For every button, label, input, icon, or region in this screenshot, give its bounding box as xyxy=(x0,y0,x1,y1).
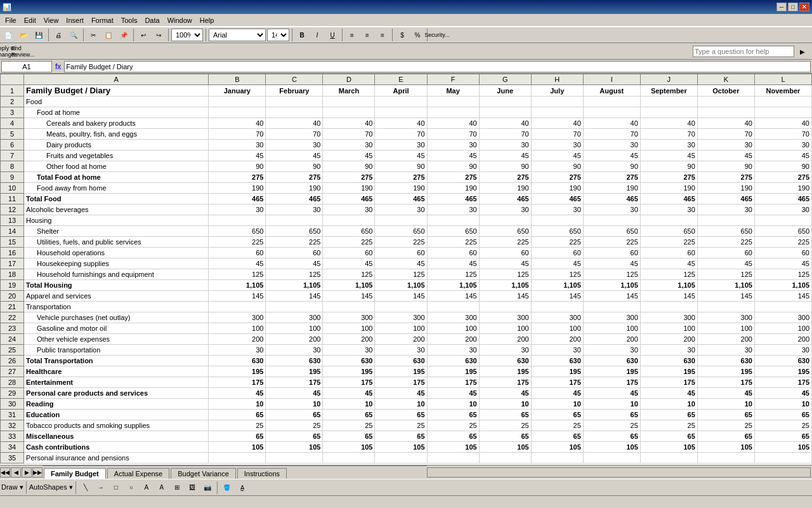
cell-month[interactable]: 65 xyxy=(323,410,375,420)
cell-month[interactable] xyxy=(323,97,375,107)
cell-month[interactable]: 45 xyxy=(479,388,531,399)
cell-month[interactable]: 225 xyxy=(479,237,531,248)
cell-month[interactable]: 105 xyxy=(754,442,811,453)
cell-month[interactable] xyxy=(266,107,323,118)
cell-month[interactable] xyxy=(640,215,697,226)
cell-month[interactable]: 70 xyxy=(427,129,479,140)
cell-month[interactable]: 300 xyxy=(209,312,266,323)
italic-button[interactable]: I xyxy=(310,28,324,42)
cell-month[interactable]: 70 xyxy=(640,129,697,140)
cell-a[interactable]: Total Food xyxy=(24,194,209,204)
cell-month[interactable]: 125 xyxy=(583,269,640,280)
cell-month[interactable]: 30 xyxy=(427,140,479,150)
cell-month[interactable]: 40 xyxy=(697,118,754,129)
cell-month[interactable]: 275 xyxy=(427,172,479,183)
font-color-btn[interactable]: A̲ xyxy=(235,481,249,495)
cell-month[interactable]: 30 xyxy=(583,140,640,150)
cell-month[interactable]: November xyxy=(754,85,811,97)
cell-month[interactable]: 1,105 xyxy=(479,280,531,291)
cell-month[interactable]: 195 xyxy=(531,366,583,377)
tab-instructions[interactable]: Instructions xyxy=(237,468,287,479)
col-header-a[interactable]: A xyxy=(24,74,209,85)
cell-month[interactable] xyxy=(754,302,811,312)
cell-a[interactable]: Tobacco products and smoking supplies xyxy=(24,420,209,431)
cell-month[interactable]: 105 xyxy=(479,442,531,453)
cell-month[interactable]: 300 xyxy=(375,312,427,323)
menu-data[interactable]: Data xyxy=(141,15,163,25)
cell-month[interactable]: 10 xyxy=(583,399,640,410)
textbox-btn[interactable]: A xyxy=(140,481,154,495)
cell-month[interactable]: 195 xyxy=(323,366,375,377)
underline-button[interactable]: U xyxy=(325,28,339,42)
cell-month[interactable]: 45 xyxy=(479,150,531,161)
endreview-button[interactable]: End Review... xyxy=(16,44,30,58)
cell-month[interactable]: 65 xyxy=(640,410,697,420)
cell-month[interactable]: 25 xyxy=(583,420,640,431)
fill-color-btn[interactable]: 🪣 xyxy=(220,481,234,495)
cell-month[interactable]: 45 xyxy=(697,258,754,269)
cell-month[interactable]: 45 xyxy=(323,258,375,269)
preview-button[interactable]: 🔍 xyxy=(67,28,81,42)
cell-month[interactable]: 175 xyxy=(640,377,697,388)
cell-month[interactable]: 125 xyxy=(266,269,323,280)
cell-month[interactable]: 70 xyxy=(323,129,375,140)
cell-month[interactable]: March xyxy=(323,85,375,97)
cell-month[interactable] xyxy=(479,302,531,312)
cell-a[interactable]: Vehicle purchases (net outlay) xyxy=(24,312,209,323)
cell-month[interactable]: 100 xyxy=(697,323,754,334)
cell-month[interactable]: 175 xyxy=(479,377,531,388)
cell-a[interactable]: Other vehicle expenses xyxy=(24,334,209,345)
cell-month[interactable]: 145 xyxy=(531,291,583,302)
cell-a[interactable]: Apparel and services xyxy=(24,291,209,302)
cell-month[interactable]: 30 xyxy=(375,204,427,215)
cell-month[interactable]: 650 xyxy=(209,226,266,237)
cell-a[interactable]: Transportation xyxy=(24,302,209,312)
col-header-j[interactable]: J xyxy=(640,74,697,85)
cell-month[interactable]: 300 xyxy=(754,312,811,323)
cell-month[interactable]: 145 xyxy=(375,291,427,302)
cell-month[interactable]: 30 xyxy=(266,345,323,356)
cell-month[interactable]: 30 xyxy=(375,345,427,356)
cell-month[interactable]: 100 xyxy=(266,323,323,334)
col-header-h[interactable]: H xyxy=(531,74,583,85)
col-header-b[interactable]: B xyxy=(209,74,266,85)
cell-month[interactable] xyxy=(754,97,811,107)
cell-month[interactable]: 190 xyxy=(754,183,811,194)
cell-month[interactable]: 40 xyxy=(375,118,427,129)
cell-month[interactable]: 30 xyxy=(209,140,266,150)
cell-month[interactable]: 195 xyxy=(209,366,266,377)
cell-month[interactable]: 175 xyxy=(531,377,583,388)
cell-a[interactable]: Miscellaneous xyxy=(24,431,209,442)
cell-month[interactable]: 30 xyxy=(209,345,266,356)
cell-month[interactable]: 40 xyxy=(479,118,531,129)
copy-button[interactable]: 📋 xyxy=(102,28,115,42)
cell-a[interactable]: Household furnishings and equipment xyxy=(24,269,209,280)
cell-month[interactable]: 125 xyxy=(375,269,427,280)
cell-month[interactable]: 630 xyxy=(531,356,583,366)
cell-month[interactable]: 25 xyxy=(697,420,754,431)
new-button[interactable]: 📄 xyxy=(1,28,15,42)
cell-month[interactable]: 105 xyxy=(209,442,266,453)
cell-month[interactable]: 30 xyxy=(266,204,323,215)
cell-a[interactable]: Food away from home xyxy=(24,183,209,194)
cell-month[interactable] xyxy=(640,302,697,312)
cell-month[interactable] xyxy=(583,453,640,464)
cell-month[interactable]: 175 xyxy=(754,377,811,388)
cell-month[interactable]: 45 xyxy=(583,150,640,161)
cell-month[interactable] xyxy=(583,107,640,118)
cell-month[interactable]: 65 xyxy=(209,410,266,420)
cell-a[interactable]: Personal care products and services xyxy=(24,388,209,399)
cell-month[interactable] xyxy=(754,453,811,464)
cell-month[interactable]: 465 xyxy=(479,194,531,204)
cell-month[interactable]: 275 xyxy=(323,172,375,183)
cell-month[interactable]: 60 xyxy=(323,248,375,258)
cell-month[interactable]: 60 xyxy=(583,248,640,258)
cell-month[interactable] xyxy=(375,97,427,107)
cell-month[interactable]: 65 xyxy=(583,431,640,442)
cell-month[interactable]: 225 xyxy=(697,237,754,248)
cell-month[interactable] xyxy=(531,107,583,118)
zoom-select[interactable]: 100% xyxy=(171,29,203,41)
menu-edit[interactable]: Edit xyxy=(20,15,40,25)
cell-month[interactable]: 45 xyxy=(375,388,427,399)
cell-month[interactable]: 100 xyxy=(531,323,583,334)
